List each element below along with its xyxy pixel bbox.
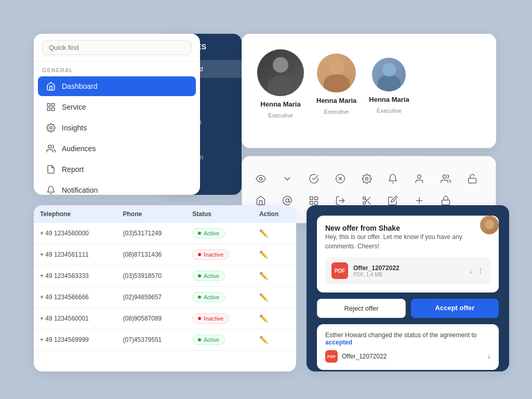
more-icon[interactable]: ⋮ <box>477 267 484 275</box>
avatar-3 <box>372 58 406 91</box>
action-edit-icon[interactable]: ✏️ <box>259 229 268 237</box>
cell-status: Active <box>186 265 253 287</box>
svg-rect-17 <box>314 202 317 205</box>
cell-phone: (08)87131436 <box>117 244 187 265</box>
notif-pdf-icon: PDF <box>325 350 338 363</box>
status-badge: Active <box>192 335 225 345</box>
table-row: + 49 1234563333 (03)53918570 Active ✏️ <box>34 265 296 287</box>
cell-telephone: + 49 1234569999 <box>34 329 117 351</box>
cell-action[interactable]: ✏️ <box>253 329 296 351</box>
user-icon[interactable] <box>411 170 428 187</box>
download-icon[interactable]: ↓ <box>469 267 473 275</box>
cell-phone: (03)53171249 <box>117 223 187 244</box>
svg-rect-18 <box>310 202 313 205</box>
col-status: Status <box>186 205 253 223</box>
insights-icon <box>46 123 56 132</box>
action-edit-icon[interactable]: ✏️ <box>259 250 268 259</box>
users-icon[interactable] <box>437 170 454 187</box>
action-edit-icon[interactable]: ✏️ <box>259 336 268 344</box>
cell-telephone: + 49 1234563333 <box>34 265 117 287</box>
reject-button[interactable]: Reject offer <box>317 299 406 318</box>
svg-point-5 <box>48 145 51 148</box>
svg-rect-3 <box>47 108 50 111</box>
svg-rect-15 <box>310 197 313 200</box>
cell-action[interactable]: ✏️ <box>253 265 296 287</box>
service-label: Service <box>62 103 86 111</box>
svg-line-23 <box>368 202 370 204</box>
cell-status: Inactive <box>186 244 253 265</box>
x-circle-icon[interactable] <box>332 170 349 187</box>
notif-download-icon[interactable]: ↓ <box>487 353 490 360</box>
status-dot <box>198 317 201 320</box>
table-card: Telephone Phone Status Action + 49 12345… <box>34 205 296 371</box>
offer-bubble: New offer from Shake Hey, this is our of… <box>317 216 499 292</box>
cell-action[interactable]: ✏️ <box>253 287 296 308</box>
sidebar-item-report[interactable]: Report <box>38 159 196 179</box>
sidebar-item-notification[interactable]: Notification <box>38 180 196 195</box>
col-phone: Phone <box>117 205 187 223</box>
svg-point-4 <box>50 127 52 129</box>
profile-name-3: Henna Maria <box>369 96 409 103</box>
cell-phone: (07)45379551 <box>117 329 187 351</box>
status-dot <box>198 274 201 277</box>
profile-name-1: Henna Maria <box>260 100 300 108</box>
notification-icon <box>46 185 56 195</box>
action-edit-icon[interactable]: ✏️ <box>259 293 268 301</box>
svg-rect-1 <box>52 103 55 106</box>
cell-status: Active <box>186 287 253 308</box>
table-row: + 49 1234561111 (08)87131436 Inactive ✏️ <box>34 244 296 265</box>
cell-status: Active <box>186 329 253 351</box>
col-telephone: Telephone <box>34 205 117 223</box>
report-icon <box>46 165 56 174</box>
cell-phone: (03)53918570 <box>117 265 187 287</box>
profiles-card: Henna Maria Executive Henna Maria Execut… <box>242 34 496 148</box>
chevron-down-icon[interactable] <box>279 170 296 187</box>
cell-action[interactable]: ✏️ <box>253 244 296 265</box>
svg-point-11 <box>418 175 421 179</box>
general-section-label: GENERAL <box>34 62 200 75</box>
profile-item-3: Henna Maria Executive <box>369 49 409 114</box>
contacts-table: Telephone Phone Status Action + 49 12345… <box>34 205 296 351</box>
menu-card: GENERAL Dashboard Service Insights <box>34 34 200 195</box>
bell-icon[interactable] <box>384 170 401 187</box>
chat-card: New offer from Shake Hey, this is our of… <box>307 205 509 371</box>
cell-telephone: + 49 1234560000 <box>34 223 117 244</box>
status-dot <box>198 296 201 299</box>
action-edit-icon[interactable]: ✏️ <box>259 272 268 280</box>
status-dot <box>198 232 201 235</box>
file-actions: ↓ ⋮ <box>469 267 484 275</box>
sidebar-item-service[interactable]: Service <box>38 97 196 117</box>
avatar-1 <box>257 49 304 96</box>
cell-action[interactable]: ✏️ <box>253 223 296 244</box>
status-badge: Inactive <box>192 313 229 324</box>
accept-button[interactable]: Accept offer <box>411 299 499 318</box>
svg-rect-2 <box>52 108 55 111</box>
status-dot <box>198 338 201 341</box>
file-name: Offer_12072022 <box>353 264 464 272</box>
file-size: PDF, 1,4 MB <box>353 272 464 277</box>
sidebar-item-audiences[interactable]: Audiences <box>38 139 196 158</box>
file-pdf-icon: PDF <box>331 262 348 279</box>
svg-point-14 <box>286 199 289 203</box>
chat-message: Hey, this is our offer. Let me know if y… <box>325 232 490 251</box>
unlock-icon[interactable] <box>464 170 481 187</box>
offer-actions: Reject offer Accept offer <box>317 299 499 318</box>
notif-status: accepted <box>325 339 352 346</box>
cell-phone: (02)94659657 <box>117 287 187 308</box>
cell-telephone: + 49 1234566666 <box>34 287 117 308</box>
action-edit-icon[interactable]: ✏️ <box>259 314 268 323</box>
notification-label: Notification <box>62 186 98 194</box>
sidebar-item-insights[interactable]: Insights <box>38 118 196 138</box>
cell-action[interactable]: ✏️ <box>253 308 296 329</box>
settings-icon[interactable] <box>358 170 375 187</box>
check-circle-icon[interactable] <box>305 170 322 187</box>
cell-telephone: + 49 1234561111 <box>34 244 117 265</box>
quick-find-input[interactable] <box>42 40 192 55</box>
table-row: + 49 1234560000 (03)53171249 Active ✏️ <box>34 223 296 244</box>
status-notification: Esther Howard changed the status of the … <box>317 324 499 370</box>
sidebar-item-dashboard[interactable]: Dashboard <box>38 76 196 96</box>
profile-role-2: Executive <box>324 109 349 115</box>
eye-icon[interactable] <box>252 170 269 187</box>
audiences-icon <box>46 144 56 153</box>
icons-grid <box>252 170 485 209</box>
